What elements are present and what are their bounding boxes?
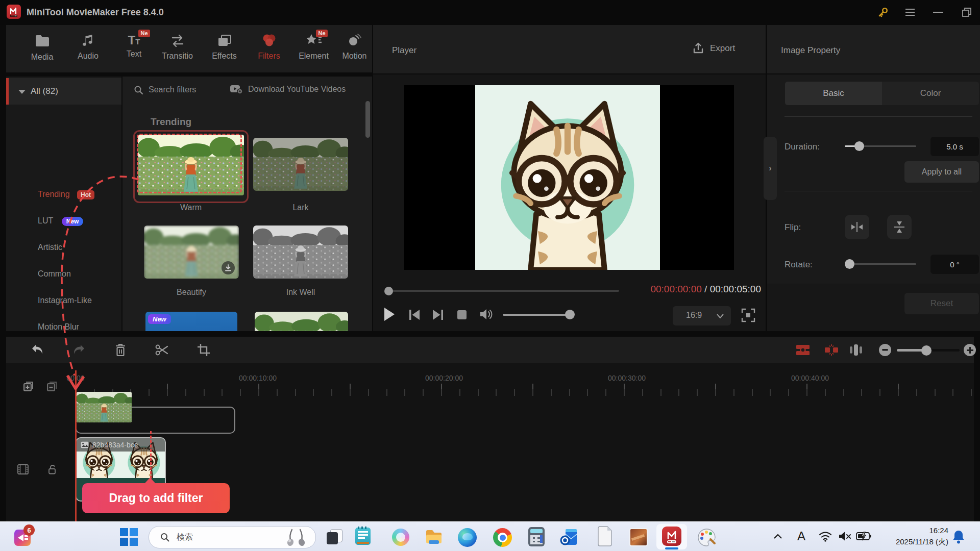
sidebar-item-lut[interactable]: LUT New [38,216,83,226]
tab-filters[interactable]: Filters [249,30,289,68]
rotate-handle[interactable] [845,259,854,269]
search-filters[interactable]: Search filters [134,84,196,96]
track-lock-icon[interactable] [47,463,57,475]
redo-button[interactable] [71,343,86,357]
next-frame-button[interactable] [432,309,444,320]
tab-effects[interactable]: Effects [203,30,246,68]
tray-chevron-up-icon[interactable] [772,531,784,541]
export-button[interactable]: Export [693,42,735,55]
sidebar-item-motion-blur[interactable]: Motion Blur [38,322,79,332]
outlook-app-icon[interactable] [559,528,579,546]
timeline-zoom-handle[interactable] [921,345,932,356]
volume-slider[interactable] [503,314,574,316]
tab-motion-label: Motion [338,52,371,61]
delete-button[interactable] [113,342,128,358]
tray-clock[interactable]: 16:24 2025/11/18 (火) [877,525,948,548]
minitool-app-icon[interactable] [656,524,687,549]
play-button[interactable] [383,307,397,322]
reset-button[interactable]: Reset [904,293,979,314]
tab-transition[interactable]: Transitio [153,30,202,68]
download-youtube-videos[interactable]: Download YouTube Videos [230,83,346,96]
apply-to-all-button[interactable]: Apply to all [904,161,979,183]
volume-handle[interactable] [565,310,575,319]
file-explorer-app-icon[interactable] [424,528,444,547]
overwrite-mode-icon[interactable] [795,343,811,357]
tab-audio-label: Audio [66,52,110,61]
rotate-value: 0 ° [950,260,960,269]
undo-button[interactable] [31,343,45,357]
prev-frame-button[interactable] [409,309,420,320]
download-filter-icon[interactable] [222,261,235,274]
tab-motion[interactable]: Motion [338,30,371,68]
wifi-icon[interactable] [818,529,833,543]
flip-horizontal-button[interactable] [845,215,869,239]
split-clip-icon[interactable] [824,343,839,357]
duration-value: 5.0 s [946,142,963,151]
copilot-app-icon[interactable] [392,529,409,546]
seek-bar[interactable] [384,289,619,293]
aspect-ratio-select[interactable]: 16:9 [673,306,731,325]
document-app-icon[interactable] [597,526,612,546]
sidebar-item-common-label: Common [38,269,71,278]
fullscreen-button[interactable] [741,308,756,323]
stop-button[interactable] [457,310,467,319]
seek-handle[interactable] [384,287,393,295]
split-scissors-button[interactable] [154,342,169,358]
calculator-app-icon[interactable] [528,527,545,546]
add-track-button[interactable] [22,380,35,393]
filter-card-inkwell[interactable] [253,226,348,279]
timeline-zoom-out-button[interactable] [879,344,891,356]
notepad-app-icon[interactable] [354,527,373,547]
filter-card-warm[interactable] [133,130,249,203]
ime-mode-button[interactable]: A [794,527,808,545]
photos-app-icon[interactable] [629,528,648,546]
taskbar-search[interactable]: 検索 [149,526,316,548]
sidebar-item-common[interactable]: Common [38,269,71,279]
start-button[interactable] [119,527,138,546]
tab-media[interactable]: Media [20,30,64,68]
tab-audio[interactable]: Audio [66,30,110,68]
filter-card-partial-field[interactable] [255,312,348,331]
notification-bell-icon[interactable] [951,529,966,544]
sidebar-item-trending[interactable]: Trending Hot [38,190,94,199]
license-key-icon[interactable] [876,5,890,19]
timeline-zoom-slider[interactable] [897,349,960,352]
tab-text[interactable]: TT Ne Text [112,30,156,68]
minimize-button[interactable] [930,5,946,19]
flip-vertical-button[interactable] [887,215,912,239]
overlay-track-thumbnail[interactable] [77,392,132,422]
remove-track-button[interactable] [45,380,59,393]
filter-card-beautify[interactable] [144,226,239,279]
filters-scrollbar[interactable] [365,101,370,138]
rotate-value-box[interactable]: 0 ° [930,255,979,274]
menu-icon[interactable] [902,5,918,19]
volume-icon[interactable] [479,308,494,321]
paint-app-icon[interactable] [697,528,716,547]
volume-muted-icon[interactable] [837,529,852,543]
timeline-zoom-in-button[interactable] [964,344,976,356]
filter-card-partial-new[interactable]: New [145,312,237,331]
pinned-promo-icon[interactable]: 6 [14,528,34,547]
task-view-button[interactable] [326,528,343,545]
sidebar-item-instagram-like[interactable]: Instagram-Like [38,296,92,305]
filter-card-lark[interactable] [253,138,348,191]
sidebar-item-artistic[interactable]: Artistic [38,243,62,252]
crop-button[interactable] [196,342,211,358]
player-panel: Player Export 00:00:00:00 / 00:00:05:00 … [373,25,766,331]
search-icon [134,85,143,95]
rotate-slider[interactable] [845,263,916,265]
playhead[interactable] [75,370,77,521]
duration-slider[interactable] [845,145,916,147]
chrome-app-icon[interactable] [493,528,512,547]
battery-icon[interactable] [855,530,872,543]
panel-collapse-handle[interactable]: › [764,137,777,200]
duration-value-box[interactable]: 5.0 s [930,137,979,156]
restore-button[interactable] [959,5,975,19]
category-header[interactable]: All (82) [6,78,121,105]
duration-handle[interactable] [854,141,864,151]
edge-app-icon[interactable] [458,528,477,547]
tab-color[interactable]: Color [882,82,979,105]
tab-element[interactable]: Ne Element [292,30,335,68]
zoom-to-fit-icon[interactable] [848,343,864,357]
tab-basic[interactable]: Basic [785,82,882,105]
